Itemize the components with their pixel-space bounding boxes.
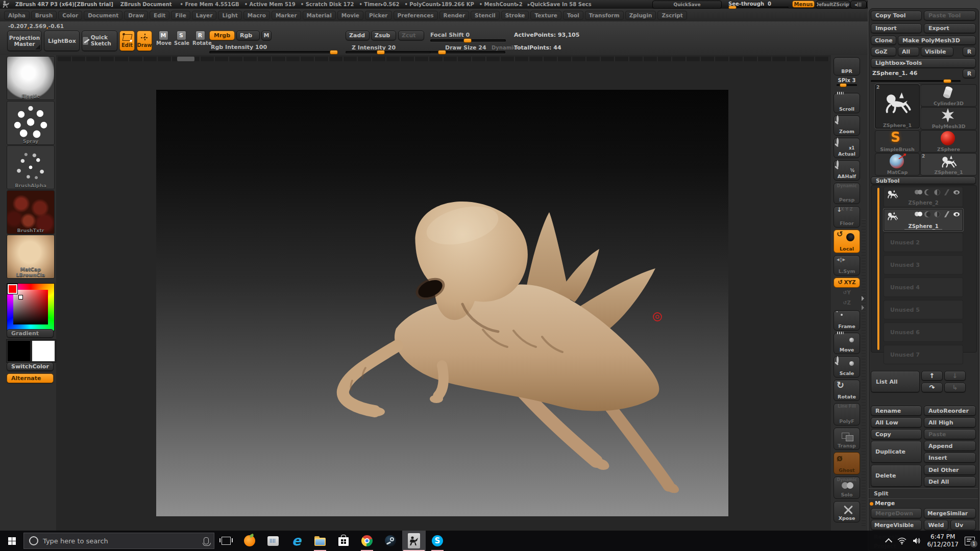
make-polymesh3d-button[interactable]: Make PolyMesh3D	[898, 36, 976, 45]
tool-thumb-zsphere-1-active[interactable]: 2 ZSphere_1	[875, 84, 920, 129]
focal-shift-slider[interactable]	[430, 39, 506, 42]
lightbox-button[interactable]: LightBox	[44, 31, 80, 51]
tool-thumb-polymesh3d[interactable]: PolyMesh3D	[920, 107, 977, 130]
visibility-eye-icon[interactable]	[953, 189, 960, 195]
subtool-item-unused-2[interactable]: Unused 2	[884, 233, 963, 252]
polypaint-icon[interactable]	[915, 189, 921, 195]
goz-button[interactable]: GoZ	[871, 47, 896, 56]
shelf-solo-button[interactable]: DynamicSolo	[834, 477, 860, 499]
subtool-item-zsphere-2[interactable]: ZSphere_2	[884, 187, 963, 207]
z-intensity-slider-handle[interactable]	[377, 50, 385, 55]
subtool-down-button[interactable]: ↓	[944, 371, 966, 381]
rename-button[interactable]: Rename	[871, 406, 922, 416]
edit-mode-button[interactable]: Edit	[119, 31, 135, 51]
mergedown-button[interactable]: MergeDown	[871, 508, 922, 518]
tool-thumb-simplebrush[interactable]: S SimpleBrush	[875, 130, 920, 153]
menu-color[interactable]: Color	[58, 11, 82, 20]
shade-icon[interactable]	[924, 189, 930, 195]
insert-button[interactable]: Insert	[924, 453, 976, 463]
copy-tool-button[interactable]: Copy Tool	[871, 11, 922, 20]
rotate-mode-button[interactable]: R Rotate	[192, 31, 208, 46]
shelf-scroll-button[interactable]: Scroll	[834, 93, 860, 113]
tray-overflow-icon[interactable]	[885, 538, 892, 545]
goz-all-button[interactable]: All	[898, 47, 919, 56]
zcut-button[interactable]: Zcut	[398, 31, 424, 40]
shelf-local-button[interactable]: ↺Local	[834, 230, 860, 253]
menu-zscript[interactable]: Zscript	[657, 11, 687, 20]
paste-button[interactable]: Paste	[924, 429, 976, 439]
subtool-move-down-button[interactable]: ↳	[944, 383, 966, 392]
half-visibility-icon[interactable]	[934, 189, 940, 195]
menu-macro[interactable]: Macro	[243, 11, 270, 20]
tool-thumb-cylinder3d[interactable]: Cylinder3D	[920, 84, 977, 107]
sculpt-brush-icon[interactable]	[944, 189, 950, 195]
quicksave-button[interactable]: QuickSave	[652, 1, 722, 9]
tool-r-button[interactable]: R	[963, 69, 976, 78]
menu-document[interactable]: Document	[84, 11, 122, 20]
taskbar-edge-icon[interactable]: e	[285, 531, 308, 551]
import-button[interactable]: Import	[871, 23, 922, 33]
secondary-color-swatch[interactable]	[31, 340, 56, 362]
tool-thumb-matcap[interactable]: MatCap	[875, 153, 920, 176]
menu-edit[interactable]: Edit	[150, 11, 169, 20]
menu-zplugin[interactable]: Zplugin	[625, 11, 656, 20]
speaker-icon[interactable]	[913, 537, 921, 544]
subtool-item-unused-5[interactable]: Unused 5	[884, 300, 963, 319]
subtool-move-up-button[interactable]: ↷	[921, 383, 943, 392]
draw-size-slider-handle[interactable]	[438, 50, 446, 55]
gradient-button[interactable]: Gradient	[7, 329, 54, 338]
menu-stencil[interactable]: Stencil	[471, 11, 500, 20]
brush-slot-elastic[interactable]: Elastic	[7, 56, 55, 100]
tab-strip-thumb[interactable]	[177, 57, 194, 61]
copy-button[interactable]: Copy	[871, 429, 922, 439]
list-all-button[interactable]: List All	[871, 371, 920, 392]
menu-stroke[interactable]: Stroke	[501, 11, 529, 20]
brush-slot-brushtxtr[interactable]: BrushTxtr	[7, 190, 55, 234]
wifi-icon[interactable]	[897, 537, 906, 544]
shelf-xpose-button[interactable]: Xpose	[834, 501, 860, 522]
quick-sketch-button[interactable]: Quick Sketch	[82, 31, 117, 51]
shelf-rotate-button[interactable]: ↻Rotate	[834, 380, 860, 401]
taskbar-file-explorer-icon[interactable]	[308, 531, 332, 551]
scale-mode-button[interactable]: S Scale	[174, 31, 188, 46]
paste-tool-button[interactable]: Paste Tool	[924, 11, 976, 20]
taskbar-chrome-icon[interactable]	[355, 531, 379, 551]
start-button[interactable]	[0, 531, 23, 551]
all-low-button[interactable]: All Low	[871, 417, 922, 428]
color-picker-selector[interactable]	[18, 295, 23, 299]
shelf-floor-button[interactable]: X Y Z↓Floor	[834, 206, 860, 228]
autoreorder-button[interactable]: AutoReorder	[924, 406, 976, 416]
all-high-button[interactable]: All High	[924, 417, 976, 428]
menu-layer[interactable]: Layer	[192, 11, 217, 20]
shelf-y-button[interactable]: ↺Y	[834, 290, 860, 298]
taskbar-utility-app-icon[interactable]	[261, 531, 285, 551]
shelf-expand-icon[interactable]	[862, 296, 867, 301]
projection-master-button[interactable]: Projection Master	[7, 31, 42, 51]
subtool-item-unused-3[interactable]: Unused 3	[884, 255, 963, 274]
menu-alpha[interactable]: Alpha	[4, 11, 30, 20]
shelf-persp-button[interactable]: DynamicPersp	[834, 183, 860, 204]
shelf-polyf-button[interactable]: Line FillPolyF	[834, 403, 860, 425]
main-color-swatch[interactable]	[7, 340, 31, 362]
shelf-l-sym-button[interactable]: ◂¦▸L.Sym	[834, 255, 860, 276]
zadd-button[interactable]: Zadd	[346, 31, 370, 40]
goz-r-button[interactable]: R	[963, 47, 976, 56]
export-button[interactable]: Export	[924, 23, 976, 33]
default-zscript-button[interactable]: DefaultZScript	[816, 1, 850, 9]
brush-slot-spray[interactable]: Spray	[7, 101, 55, 145]
tool-slider-handle[interactable]	[943, 79, 951, 83]
del-other-button[interactable]: Del Other	[924, 465, 976, 475]
shelf-expand2-icon[interactable]	[862, 305, 867, 310]
rgb-intensity-slider[interactable]	[209, 51, 338, 54]
mergevisible-button[interactable]: MergeVisible	[871, 520, 922, 530]
taskbar-search-input[interactable]: Type here to search	[23, 533, 214, 549]
half-visibility-icon[interactable]	[934, 211, 940, 217]
brush-slot-matcap-lbrowncla[interactable]: MatCap LBrownCla	[7, 235, 55, 279]
shelf-move-button[interactable]: Move	[834, 333, 860, 354]
subtool-item-zsphere-1[interactable]: ZSphere_1	[884, 209, 963, 231]
polypaint-icon[interactable]	[915, 211, 921, 217]
switchcolor-button[interactable]: SwitchColor	[7, 362, 54, 371]
sculpt-brush-icon[interactable]	[944, 211, 950, 217]
menu-file[interactable]: File	[171, 11, 190, 20]
shelf-bpr-button[interactable]: BPR	[834, 57, 860, 76]
